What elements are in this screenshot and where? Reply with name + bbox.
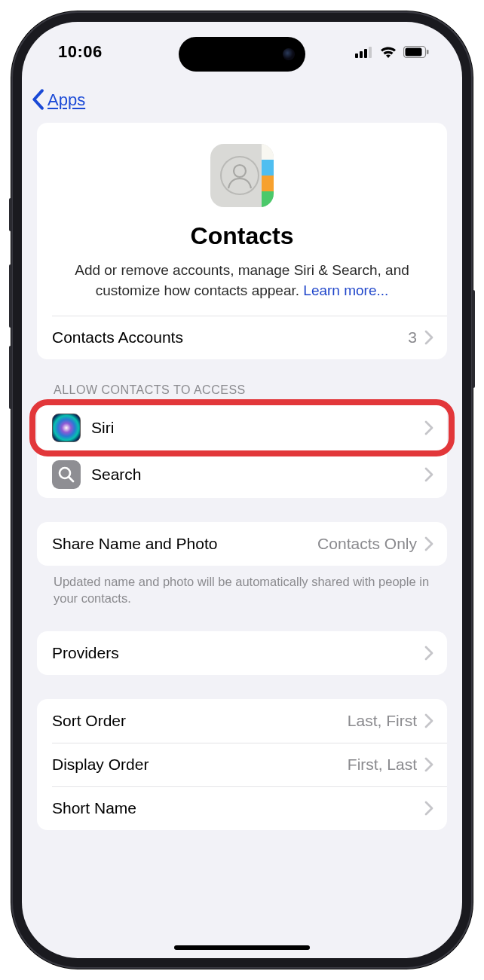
status-time: 10:06 [58,42,103,62]
home-indicator[interactable] [174,945,310,950]
nav-back-label: Apps [47,90,85,110]
chevron-right-icon [424,330,433,345]
chevron-right-icon [424,646,433,661]
svg-rect-1 [360,51,363,58]
hero-card: Contacts Add or remove accounts, manage … [37,123,447,359]
svg-rect-2 [364,49,367,58]
row-sort-order[interactable]: Sort Order Last, First [37,699,447,743]
dynamic-island [179,37,305,72]
providers-card: Providers [37,631,447,675]
button-power [472,290,475,388]
camera-lens [283,48,295,60]
chevron-right-icon [424,467,433,482]
row-label: Share Name and Photo [52,535,317,553]
share-footer: Updated name and photo will be automatic… [37,566,447,607]
row-contacts-accounts[interactable]: Contacts Accounts 3 [37,316,447,359]
row-value: 3 [408,328,417,347]
button-volume-down [9,346,12,409]
row-display-order[interactable]: Display Order First, Last [37,743,447,786]
avatar-silhouette-icon [224,160,256,191]
status-icons [355,45,429,59]
share-card: Share Name and Photo Contacts Only [37,522,447,566]
learn-more-link[interactable]: Learn more... [303,282,388,298]
cellular-icon [355,46,373,58]
row-providers[interactable]: Providers [37,631,447,675]
scroll-area[interactable]: Contacts Add or remove accounts, manage … [22,123,462,884]
row-label: Providers [52,644,424,662]
button-mute [9,198,12,231]
row-value: Contacts Only [317,535,417,553]
row-label: Contacts Accounts [52,328,408,347]
row-value: Last, First [348,712,417,730]
providers-group: Providers [37,631,447,675]
contacts-app-icon [210,144,274,207]
svg-rect-5 [406,48,422,56]
row-label: Sort Order [52,712,348,730]
row-label: Short Name [52,799,424,817]
row-label: Siri [91,419,424,437]
phone-frame: 10:06 [11,11,473,969]
chevron-left-icon [31,89,44,110]
svg-rect-3 [369,47,372,58]
share-group: Share Name and Photo Contacts Only Updat… [37,522,447,607]
svg-rect-6 [427,50,429,54]
access-header: ALLOW CONTACTS TO ACCESS [37,383,447,405]
svg-point-7 [234,165,246,177]
search-icon [52,460,81,489]
row-share-name-photo[interactable]: Share Name and Photo Contacts Only [37,522,447,566]
chevron-right-icon [424,801,433,816]
nav-back[interactable]: Apps [22,82,462,123]
order-group: Sort Order Last, First Display Order Fir… [37,699,447,830]
row-value: First, Last [348,756,417,774]
chevron-right-icon [424,420,433,435]
row-siri[interactable]: Siri [37,405,447,451]
row-label: Display Order [52,756,348,774]
svg-rect-0 [355,53,358,58]
hero: Contacts Add or remove accounts, manage … [37,123,447,316]
svg-line-9 [69,478,74,482]
siri-icon [52,414,81,442]
chevron-right-icon [424,757,433,772]
page-title: Contacts [55,222,429,250]
button-volume-up [9,264,12,328]
content: Apps [22,82,462,958]
chevron-right-icon [424,713,433,728]
wifi-icon [379,45,397,59]
row-label: Search [91,466,424,484]
row-short-name[interactable]: Short Name [37,786,447,830]
order-card: Sort Order Last, First Display Order Fir… [37,699,447,830]
screen: 10:06 [22,22,462,958]
chevron-right-icon [424,536,433,551]
access-group: ALLOW CONTACTS TO ACCESS Siri Se [37,383,447,498]
battery-icon [403,46,429,58]
row-search[interactable]: Search [37,451,447,498]
access-card: Siri Search [37,405,447,498]
page-description: Add or remove accounts, manage Siri & Se… [55,261,429,301]
